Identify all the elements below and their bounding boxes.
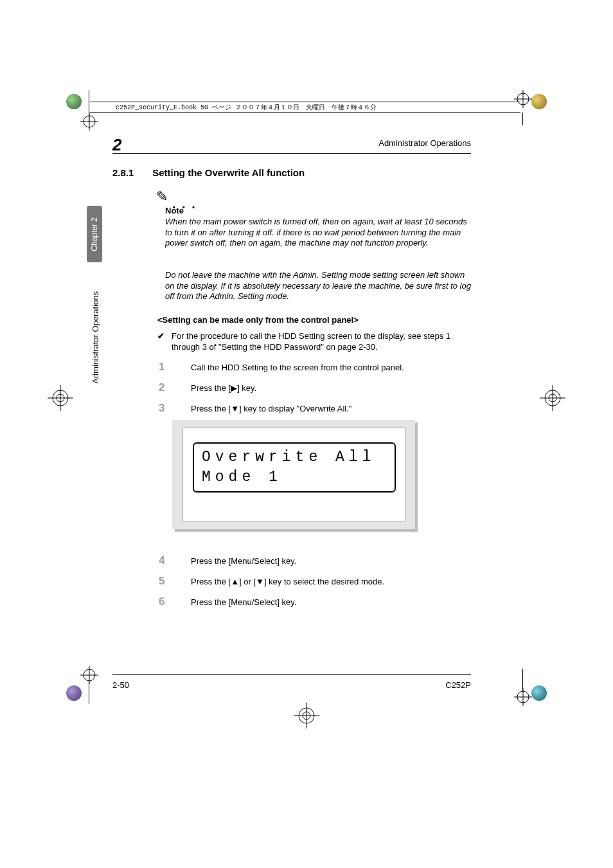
print-header-rule-bot: [90, 112, 520, 113]
footer-rule: [112, 674, 471, 675]
step-text: Press the [▼] key to display "Overwrite …: [191, 404, 471, 413]
reg-ball-tl: [66, 94, 82, 109]
pencil-icon: ✎: [156, 188, 168, 205]
book-header: c252P_security_E.book 50 ページ ２００７年４月１０日 …: [116, 103, 437, 111]
reg-target-tr: [514, 90, 532, 108]
step-4: 4 Press the [Menu/Select] key.: [159, 556, 471, 566]
step-1: 1 Call the HDD Setting to the screen fro…: [159, 363, 471, 372]
crop-left-v: [89, 90, 89, 122]
chapter-rule: [112, 153, 471, 154]
reg-target-right: [540, 385, 565, 411]
step-number: 2: [159, 381, 164, 394]
section-title: 2.8.1 Setting the Overwrite All function: [112, 167, 305, 178]
note-label: Note: [165, 206, 184, 215]
step-text: Press the [▶] key.: [191, 383, 471, 393]
reg-target-left: [48, 385, 73, 411]
section-heading: Setting the Overwrite All function: [152, 167, 305, 178]
step-6: 6 Press the [Menu/Select] key.: [159, 597, 471, 607]
crop-br-v: [522, 669, 523, 691]
side-label-admin-ops: Administrator Operations: [87, 276, 103, 399]
side-tab-chapter: Chapter 2: [87, 206, 102, 262]
step-text: Press the [Menu/Select] key.: [191, 597, 471, 607]
reg-ball-br: [531, 685, 547, 701]
reg-target-br: [514, 688, 532, 706]
step-number: 4: [159, 554, 164, 567]
step-number: 3: [159, 402, 164, 415]
step-number: 5: [159, 575, 164, 588]
reg-target-tl: [80, 113, 98, 131]
section-number: 2.8.1: [112, 167, 150, 178]
lcd-line-1: Overwrite All: [202, 448, 395, 467]
lcd-display: Overwrite All Mode 1: [193, 442, 396, 493]
step-text: Call the HDD Setting to the screen from …: [191, 363, 471, 372]
running-head: Administrator Operations: [112, 138, 471, 148]
subheading-control-panel: <Setting can be made only from the contr…: [157, 315, 471, 325]
crop-right-v: [522, 113, 523, 125]
check-bullet-text: For the procedure to call the HDD Settin…: [172, 331, 471, 353]
check-icon: ✔: [157, 331, 164, 342]
step-number: 6: [159, 595, 164, 608]
crop-bl-v: [89, 682, 89, 704]
step-number: 1: [159, 361, 164, 374]
model-number: C252P: [112, 680, 471, 690]
note-paragraph-2: Do not leave the machine with the Admin.…: [165, 270, 471, 302]
check-bullet: ✔ For the procedure to call the HDD Sett…: [157, 331, 471, 353]
reg-ball-bl: [66, 685, 82, 701]
step-text: Press the [Menu/Select] key.: [191, 556, 471, 566]
lcd-line-2: Mode 1: [202, 467, 395, 487]
reg-target-bl: [80, 666, 98, 684]
step-3: 3 Press the [▼] key to display "Overwrit…: [159, 404, 471, 413]
note-paragraph-1: When the main power switch is turned off…: [165, 217, 471, 249]
reg-ball-tr: [531, 94, 547, 109]
print-header-rule-top: [90, 102, 520, 102]
reg-target-bottom: [294, 703, 319, 728]
step-text: Press the [▲] or [▼] key to select the d…: [191, 577, 471, 586]
chapter-number: 2: [112, 135, 122, 155]
step-5: 5 Press the [▲] or [▼] key to select the…: [159, 577, 471, 586]
step-2: 2 Press the [▶] key.: [159, 383, 471, 393]
